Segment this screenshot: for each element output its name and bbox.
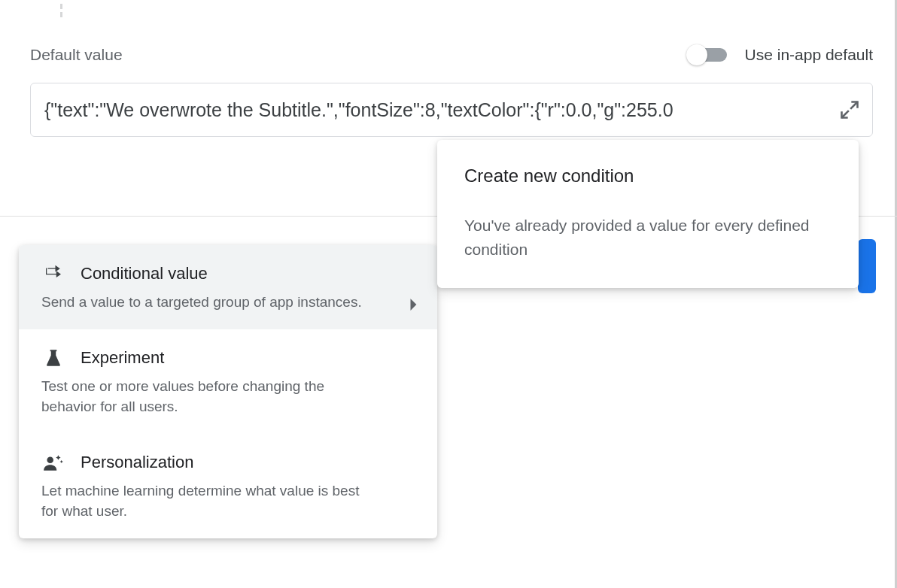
create-condition-title: Create new condition [464, 165, 832, 186]
create-condition-card: Create new condition You've already prov… [437, 140, 859, 288]
drag-handle-icon[interactable] [60, 4, 68, 17]
option-experiment[interactable]: Experiment Test one or more values befor… [19, 329, 437, 434]
use-in-app-default-toggle[interactable] [686, 41, 733, 68]
option-personalization-title: Personalization [81, 453, 193, 472]
option-experiment-title: Experiment [81, 348, 164, 368]
default-value-input[interactable] [44, 99, 836, 121]
primary-action-peek [858, 239, 876, 293]
option-conditional-title: Conditional value [81, 264, 208, 283]
use-in-app-default-toggle-group: Use in-app default [686, 41, 873, 68]
add-value-options-menu: Conditional value Send a value to a targ… [19, 245, 437, 538]
experiment-icon [41, 346, 65, 370]
option-personalization[interactable]: Personalization Let machine learning det… [19, 434, 437, 538]
svg-point-0 [47, 456, 53, 463]
use-in-app-default-label: Use in-app default [745, 46, 873, 64]
create-condition-desc: You've already provided a value for ever… [464, 214, 832, 261]
option-personalization-desc: Let machine learning determine what valu… [41, 480, 415, 522]
conditional-value-icon [41, 262, 65, 286]
chevron-right-icon [409, 298, 419, 314]
option-conditional-value[interactable]: Conditional value Send a value to a targ… [19, 245, 437, 329]
expand-icon[interactable] [836, 96, 863, 123]
personalization-icon [41, 450, 65, 474]
default-value-label: Default value [30, 46, 123, 64]
default-value-header: Default value Use in-app default [30, 41, 873, 68]
option-experiment-desc: Test one or more values before changing … [41, 376, 415, 417]
default-value-input-container [30, 83, 873, 137]
option-conditional-desc: Send a value to a targeted group of app … [41, 292, 415, 313]
